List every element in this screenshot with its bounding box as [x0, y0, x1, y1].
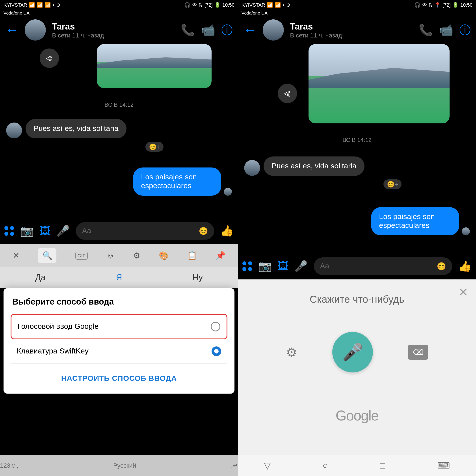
status-bar: KYIVSTAR📶📶•⊙ 🎧👁ℕ📍[72]🔋10:50	[238, 0, 476, 10]
input-method-modal: Выберите способ ввода Голосовой ввод Goo…	[3, 288, 235, 393]
status-bar-2: Vodafone UA	[238, 10, 476, 16]
google-logo: Google	[336, 408, 378, 424]
nav-recent-icon[interactable]: □	[380, 460, 385, 471]
mic-icon[interactable]: 🎤	[294, 260, 308, 272]
seen-avatar	[224, 188, 232, 196]
share-icon[interactable]: ⪡	[278, 84, 297, 103]
status-bar: KYIVSTAR📶📶📶•⊙ 🎧👁ℕ[72]🔋10:50	[0, 0, 238, 10]
option-google-voice[interactable]: Голосовой ввод Google	[11, 314, 227, 339]
sender-avatar[interactable]	[6, 122, 22, 138]
timestamp: ВС В 14:12	[0, 101, 238, 108]
apps-icon[interactable]	[4, 226, 14, 236]
avatar[interactable]	[25, 19, 46, 41]
like-icon[interactable]: 👍	[220, 225, 234, 237]
info-icon[interactable]: ⓘ	[459, 22, 471, 38]
contact-name: Taras	[290, 21, 412, 32]
gif-icon[interactable]: GIF	[75, 252, 88, 260]
message-in[interactable]: Pues así es, vida solitaria	[244, 156, 364, 176]
keyboard-toolbar: ✕ 🔍 GIF ☺ ⚙ 🎨 📋 📌	[0, 244, 238, 267]
modal-title: Выберите способ ввода	[3, 288, 235, 314]
chat-header: ← TarasВ сети 11 ч. назад 📞 📹 ⓘ	[238, 16, 476, 44]
suggestion-3[interactable]: Ну	[193, 273, 203, 283]
mic-icon[interactable]: 🎤	[56, 225, 70, 237]
camera-icon[interactable]: 📷	[258, 260, 272, 272]
option-swiftkey[interactable]: Клавиатура SwiftKey	[11, 339, 227, 364]
nav-home-icon[interactable]: ○	[323, 460, 328, 471]
pin-icon[interactable]: 📌	[216, 251, 225, 260]
suggestion-1[interactable]: Да	[35, 273, 46, 283]
sender-avatar[interactable]	[244, 160, 260, 176]
back-icon[interactable]: ←	[5, 22, 18, 37]
suggestions: Да Я Ну	[0, 267, 238, 288]
voice-mic-button[interactable]: 🎤	[332, 332, 373, 373]
close-icon[interactable]: ✕	[458, 286, 468, 299]
input-bar: 📷 🖼 🎤 Aa😊 👍	[0, 218, 238, 244]
contact-status: В сети 11 ч. назад	[52, 32, 174, 39]
sticker-icon[interactable]: ☺	[106, 251, 115, 260]
voice-input-panel: ✕ Скажите что-нибудь ⚙ 🎤 ⌫ Google	[238, 279, 476, 476]
settings-icon[interactable]: ⚙	[133, 251, 140, 260]
gear-icon[interactable]: ⚙	[286, 345, 297, 359]
camera-icon[interactable]: 📷	[20, 225, 34, 237]
contact-name: Taras	[52, 21, 174, 32]
voice-prompt: Скажите что-нибудь	[310, 293, 404, 306]
chat-header: ← TarasВ сети 11 ч. назад 📞 📹 ⓘ	[0, 16, 238, 44]
keyboard-bottom: 123☺,Русский.↵	[0, 455, 238, 476]
clipboard-icon[interactable]: 📋	[187, 251, 197, 260]
close-kb-icon[interactable]: ✕	[13, 251, 19, 260]
apps-icon[interactable]	[242, 261, 252, 271]
input-bar: 📷 🖼 🎤 Aa😊 👍	[238, 253, 476, 279]
call-icon[interactable]: 📞	[419, 23, 433, 37]
backspace-icon[interactable]: ⌫	[408, 345, 428, 360]
image-message[interactable]	[308, 44, 450, 123]
message-out[interactable]: Los paisajes son espectaculares	[133, 168, 232, 196]
status-bar-2: Vodafone UA	[0, 10, 238, 16]
contact-status: В сети 11 ч. назад	[290, 32, 412, 39]
text-input[interactable]: Aa😊	[76, 222, 214, 240]
gallery-icon[interactable]: 🖼	[278, 260, 288, 272]
avatar[interactable]	[263, 19, 284, 41]
message-in[interactable]: Pues así es, vida solitaria	[6, 119, 126, 138]
like-icon[interactable]: 👍	[458, 260, 472, 272]
share-icon[interactable]: ⪡	[40, 49, 59, 68]
search-icon[interactable]: 🔍	[38, 248, 57, 263]
suggestion-2[interactable]: Я	[116, 273, 122, 283]
message-out[interactable]: Los paisajes son espectaculares	[371, 207, 470, 235]
call-icon[interactable]: 📞	[181, 23, 195, 37]
gallery-icon[interactable]: 🖼	[40, 225, 50, 237]
timestamp: ВС В 14:12	[238, 137, 476, 143]
configure-button[interactable]: НАСТРОИТЬ СПОСОБ ВВОДА	[3, 364, 235, 393]
info-icon[interactable]: ⓘ	[221, 22, 233, 38]
back-icon[interactable]: ←	[243, 22, 256, 37]
seen-avatar	[462, 227, 470, 235]
nav-bar: ▽ ○ □ ⌨	[238, 455, 476, 476]
reaction-badge[interactable]: 😊+	[383, 179, 402, 189]
text-input[interactable]: Aa😊	[314, 257, 452, 275]
theme-icon[interactable]: 🎨	[159, 251, 169, 260]
image-message[interactable]	[97, 44, 212, 88]
video-icon[interactable]: 📹	[201, 23, 215, 37]
video-icon[interactable]: 📹	[439, 23, 453, 37]
reaction-badge[interactable]: 😊+	[145, 142, 164, 152]
nav-back-icon[interactable]: ▽	[264, 460, 271, 471]
nav-keyboard-icon[interactable]: ⌨	[437, 460, 450, 471]
